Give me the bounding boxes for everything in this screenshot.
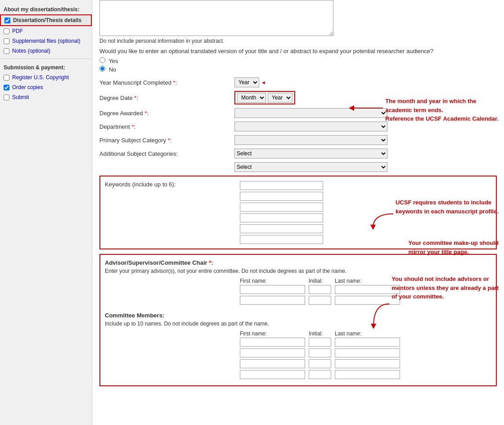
sidebar-item-pdf[interactable]: PDF <box>0 26 92 36</box>
advisor-initial-header: Initial: <box>309 278 331 284</box>
year-arrow: ◄ <box>261 80 266 85</box>
advisor2-firstname[interactable] <box>240 296 305 305</box>
yes-radio-label[interactable]: Yes <box>99 57 497 64</box>
advisor1-firstname[interactable] <box>240 285 305 294</box>
committee-firstname-header: First name: <box>240 330 305 337</box>
advisor2-initial[interactable] <box>309 296 331 305</box>
keyword-input-6[interactable] <box>240 235 323 244</box>
year-required-star: * <box>173 79 176 86</box>
committee2-firstname[interactable] <box>240 348 305 357</box>
sidebar-checkbox-ordercopies[interactable] <box>4 85 9 90</box>
sidebar-item-supplemental[interactable]: Supplemental files (optional) <box>0 36 92 46</box>
committee-lastname-header: Last name: <box>335 330 400 337</box>
sidebar-item-ordercopies[interactable]: Order copies <box>0 82 92 92</box>
advisor-section: Advisor/Supervisor/Committee Chair *: En… <box>99 254 497 386</box>
year-manuscript-label: Year Manuscript Completed *: <box>99 79 234 86</box>
degree-awarded-star: * <box>144 110 147 117</box>
advisor-required-star: * <box>209 259 211 266</box>
keyword-input-3[interactable] <box>240 203 323 212</box>
sidebar-link-supplemental[interactable]: Supplemental files (optional) <box>12 38 80 44</box>
yes-radio[interactable] <box>99 57 105 63</box>
committee-title: Committee Members: <box>105 312 491 319</box>
committee4-initial[interactable] <box>309 370 331 379</box>
sidebar-checkbox-supplemental[interactable] <box>4 38 9 44</box>
degree-date-label: Degree Date *: <box>99 95 234 101</box>
translated-question: Would you like to enter an optional tran… <box>99 48 497 54</box>
translated-radio-group: Yes No <box>99 57 497 73</box>
keywords-label: Keywords (include up to 6): <box>105 181 240 188</box>
degree-awarded-label: Degree Awarded *: <box>99 110 234 117</box>
sidebar-checkbox-submit[interactable] <box>4 95 9 100</box>
committee1-lastname[interactable] <box>335 338 400 347</box>
committee-name-headers: First name: Initial: Last name: <box>240 330 491 337</box>
committee1-initial[interactable] <box>309 338 331 347</box>
advisor1-initial[interactable] <box>309 285 331 294</box>
additional-subject-select2[interactable]: Select <box>234 162 387 172</box>
advisor-firstname-header: First name: <box>240 278 305 284</box>
additional-subject-row2: Select <box>99 162 497 172</box>
year-manuscript-row: Year Manuscript Completed *: Year ◄ <box>99 77 497 87</box>
sidebar-link-pdf[interactable]: PDF <box>12 28 23 34</box>
no-radio[interactable] <box>99 66 105 72</box>
advisors-arrow <box>369 302 392 329</box>
advisor-note: Enter your primary advisor(s), not your … <box>105 268 491 274</box>
keyword-input-4[interactable] <box>240 213 323 222</box>
sidebar-item-notes[interactable]: Notes (optional) <box>0 46 92 56</box>
sidebar-item-dissertation[interactable]: Dissertation/Thesis details <box>0 14 92 26</box>
keywords-inputs <box>240 181 323 244</box>
keyword-input-1[interactable] <box>240 181 323 190</box>
primary-subject-label: Primary Subject Category *: <box>99 137 234 144</box>
advisor-lastname-header: Last name: <box>335 278 400 284</box>
committee-row-2 <box>105 348 491 357</box>
committee3-firstname[interactable] <box>240 359 305 368</box>
degree-required-star: * <box>134 95 136 101</box>
abstract-note: Do not include personal information in y… <box>99 38 497 44</box>
dept-required-star: * <box>132 123 134 130</box>
sidebar-checkbox-pdf[interactable] <box>4 28 9 34</box>
abstract-textarea[interactable] <box>99 0 333 36</box>
degree-month-select[interactable]: Month <box>237 93 266 103</box>
committee3-lastname[interactable] <box>335 359 400 368</box>
main-wrapper: Do not include personal information in y… <box>92 0 504 425</box>
degree-year-select[interactable]: Year <box>268 93 292 103</box>
committee4-lastname[interactable] <box>335 370 400 379</box>
keyword-input-2[interactable] <box>240 192 323 201</box>
committee-initial-header: Initial: <box>309 330 331 337</box>
sidebar-checkbox-dissertation[interactable] <box>4 18 10 23</box>
committee4-firstname[interactable] <box>240 370 305 379</box>
advisor-spacer <box>105 307 491 312</box>
primary-subject-row: Primary Subject Category *: <box>99 135 497 145</box>
committee-annotation: Your committee make-up shouldmirror your… <box>408 239 499 256</box>
sidebar-checkbox-notes[interactable] <box>4 48 9 54</box>
department-select[interactable] <box>234 122 387 131</box>
sidebar-item-copyright[interactable]: Register U.S. Copyright <box>0 72 92 82</box>
keywords-annotation: UCSF requires students to includekeyword… <box>396 198 499 216</box>
committee3-initial[interactable] <box>309 359 331 368</box>
degree-date-box: Month Year <box>234 91 295 104</box>
committee2-initial[interactable] <box>309 348 331 357</box>
primary-subject-select[interactable] <box>234 135 387 145</box>
degree-date-arrow <box>349 101 385 115</box>
committee1-firstname[interactable] <box>240 338 305 347</box>
sidebar-link-dissertation[interactable]: Dissertation/Thesis details <box>13 17 81 23</box>
additional-subject-row1: Additional Subject Categories: Select <box>99 149 497 158</box>
sidebar: About my dissertation/thesis: Dissertati… <box>0 0 92 425</box>
sidebar-section1-title: About my dissertation/thesis: <box>0 4 92 14</box>
committee-row-1 <box>105 338 491 347</box>
advisor-title: Advisor/Supervisor/Committee Chair *: <box>105 259 491 266</box>
no-radio-label[interactable]: No <box>99 66 497 73</box>
sidebar-item-submit[interactable]: Submit <box>0 92 92 102</box>
year-manuscript-select[interactable]: Year <box>234 77 259 87</box>
sidebar-link-copyright[interactable]: Register U.S. Copyright <box>12 74 69 81</box>
sidebar-section2-title: Submission & payment: <box>0 62 92 72</box>
committee2-lastname[interactable] <box>335 348 400 357</box>
sidebar-link-notes[interactable]: Notes (optional) <box>12 48 50 54</box>
sidebar-checkbox-copyright[interactable] <box>4 75 9 81</box>
sidebar-link-ordercopies[interactable]: Order copies <box>12 84 43 90</box>
sidebar-link-submit[interactable]: Submit <box>12 94 29 100</box>
primary-required-star: * <box>168 137 170 144</box>
additional-subject-select1[interactable]: Select <box>234 149 387 158</box>
keyword-input-5[interactable] <box>240 224 323 233</box>
advisor1-lastname[interactable] <box>335 285 400 294</box>
degree-date-annotation: The month and year in which theacademic … <box>385 97 499 123</box>
